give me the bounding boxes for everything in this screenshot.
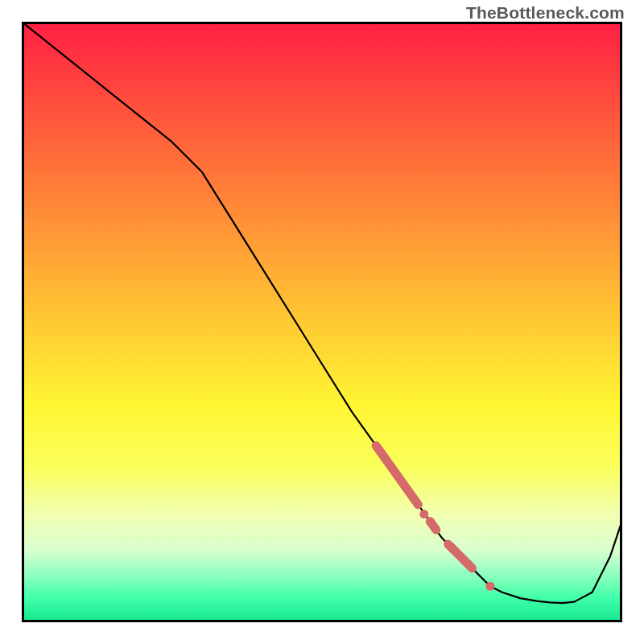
chart-container: TheBottleneck.com — [0, 0, 644, 644]
watermark-text: TheBottleneck.com — [466, 3, 625, 23]
plot-background — [22, 22, 622, 622]
